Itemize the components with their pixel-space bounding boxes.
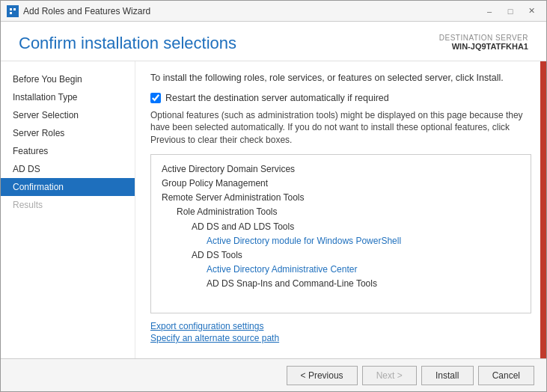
destination-server: DESTINATION SERVER WIN-JQ9TATFKHA1 — [439, 34, 528, 51]
sidebar-item-features[interactable]: Features — [1, 142, 135, 160]
header-section: Confirm installation selections DESTINAT… — [1, 22, 546, 61]
intro-text: To install the following roles, role ser… — [150, 72, 531, 85]
wizard-icon — [7, 5, 19, 17]
title-bar-left: Add Roles and Features Wizard — [7, 5, 150, 17]
destination-name: WIN-JQ9TATFKHA1 — [439, 42, 528, 51]
links-section: Export configuration settings Specify an… — [150, 321, 531, 343]
feature-item: Remote Server Administration Tools — [162, 191, 520, 205]
sidebar-item-server-roles[interactable]: Server Roles — [1, 124, 135, 142]
sidebar-item-server-selection[interactable]: Server Selection — [1, 106, 135, 124]
alternate-source-link[interactable]: Specify an alternate source path — [150, 333, 531, 343]
svg-rect-1 — [10, 8, 12, 10]
close-button[interactable]: ✕ — [522, 4, 540, 18]
feature-item: Active Directory module for Windows Powe… — [162, 234, 520, 248]
red-bar — [540, 61, 546, 358]
install-button[interactable]: Install — [421, 366, 474, 385]
page-title: Confirm installation selections — [19, 34, 236, 53]
next-button[interactable]: Next > — [362, 366, 417, 385]
footer: < Previous Next > Install Cancel — [1, 358, 546, 391]
feature-item: AD DS Snap-Ins and Command-Line Tools — [162, 277, 520, 291]
features-box: Active Directory Domain ServicesGroup Po… — [150, 154, 531, 313]
maximize-button[interactable]: □ — [501, 4, 519, 18]
right-panel: To install the following roles, role ser… — [135, 61, 546, 358]
sidebar-item-results: Results — [1, 196, 135, 214]
main-body: Before You BeginInstallation TypeServer … — [1, 61, 546, 358]
svg-rect-2 — [13, 8, 16, 10]
export-config-link[interactable]: Export configuration settings — [150, 321, 531, 331]
svg-rect-3 — [10, 12, 12, 14]
sidebar: Before You BeginInstallation TypeServer … — [1, 61, 135, 358]
sidebar-item-installation-type[interactable]: Installation Type — [1, 88, 135, 106]
title-bar: Add Roles and Features Wizard – □ ✕ — [1, 1, 546, 22]
feature-item: Active Directory Domain Services — [162, 162, 520, 177]
feature-item: AD DS Tools — [162, 248, 520, 263]
sidebar-item-ad-ds[interactable]: AD DS — [1, 160, 135, 178]
feature-item: AD DS and AD LDS Tools — [162, 220, 520, 234]
optional-text: Optional features (such as administratio… — [150, 109, 531, 147]
minimize-button[interactable]: – — [480, 4, 498, 18]
feature-item: Role Administration Tools — [162, 205, 520, 219]
checkbox-row: Restart the destination server automatic… — [150, 93, 531, 103]
sidebar-item-before-you-begin[interactable]: Before You Begin — [1, 70, 135, 88]
title-bar-controls: – □ ✕ — [480, 4, 540, 18]
content-area: Confirm installation selections DESTINAT… — [1, 22, 546, 358]
restart-checkbox[interactable] — [150, 93, 161, 103]
restart-label: Restart the destination server automatic… — [165, 93, 389, 103]
previous-button[interactable]: < Previous — [287, 366, 358, 385]
destination-label: DESTINATION SERVER — [439, 34, 528, 42]
svg-rect-0 — [8, 7, 17, 16]
cancel-button[interactable]: Cancel — [478, 366, 534, 385]
feature-item: Group Policy Management — [162, 177, 520, 191]
sidebar-item-confirmation[interactable]: Confirmation — [1, 178, 135, 196]
window: Add Roles and Features Wizard – □ ✕ Conf… — [0, 0, 547, 392]
window-title: Add Roles and Features Wizard — [23, 6, 150, 16]
feature-item: Active Directory Administrative Center — [162, 263, 520, 277]
